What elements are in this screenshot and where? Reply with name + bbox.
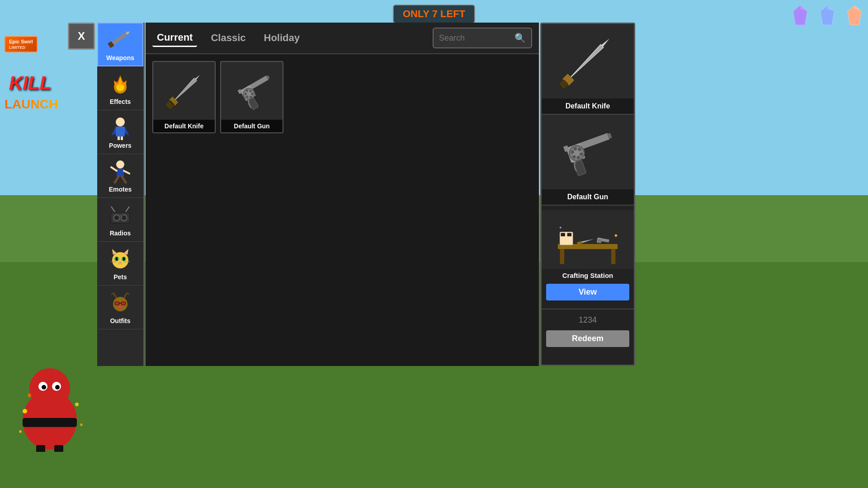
svg-text:✦: ✦ [613, 232, 618, 239]
crystal-decoration-2 [818, 5, 836, 27]
svg-point-10 [75, 403, 79, 406]
redeem-code-input: 1234 [542, 312, 634, 328]
sidebar: Weapons Effects [97, 23, 145, 366]
svg-point-11 [19, 430, 22, 433]
svg-point-30 [116, 160, 124, 169]
equipped-knife-image [542, 24, 634, 99]
svg-marker-27 [125, 127, 129, 136]
left-decoration-area: Epic Swirl LIMITED KILL LAUNCH [0, 0, 95, 488]
tab-bar: Current Classic Holiday 🔍 [146, 23, 539, 54]
search-bar: 🔍 [433, 28, 532, 48]
powers-label: Powers [109, 142, 132, 149]
svg-point-1 [29, 368, 70, 409]
svg-rect-28 [118, 136, 120, 140]
sidebar-item-pets[interactable]: Pets [97, 242, 143, 286]
svg-point-46 [112, 252, 128, 268]
powers-icon [107, 115, 134, 140]
effects-icon [107, 71, 134, 96]
svg-rect-25 [116, 127, 125, 136]
tab-classic[interactable]: Classic [206, 30, 250, 46]
svg-point-13 [28, 394, 31, 397]
view-button[interactable]: View [546, 284, 629, 300]
crystal-decoration-3 [845, 5, 863, 27]
svg-point-4 [42, 385, 46, 389]
svg-rect-68 [121, 302, 126, 305]
svg-marker-121 [581, 238, 594, 243]
svg-rect-119 [561, 233, 565, 236]
weapons-label: Weapons [106, 54, 134, 61]
knife-image [153, 62, 215, 120]
close-button[interactable]: X [68, 23, 95, 50]
gun-card-name: Default Gun [221, 120, 283, 132]
svg-rect-117 [611, 249, 615, 264]
radios-label: Radios [110, 230, 131, 237]
svg-rect-67 [115, 302, 119, 305]
knife-card-name: Default Knife [153, 120, 215, 132]
sidebar-item-emotes[interactable]: Emotes [97, 154, 143, 198]
pets-label: Pets [113, 273, 127, 281]
svg-point-54 [123, 257, 125, 261]
sidebar-item-outfits[interactable]: Outfits [97, 286, 143, 329]
sidebar-item-powers[interactable]: Powers [97, 110, 143, 154]
launch-text: LAUNCH [5, 97, 58, 112]
emotes-icon [107, 159, 134, 184]
search-input[interactable] [439, 33, 511, 43]
svg-rect-45 [119, 217, 123, 218]
character-blob [14, 361, 86, 452]
svg-marker-26 [111, 127, 116, 136]
redeem-button[interactable]: Redeem [546, 330, 629, 347]
svg-rect-8 [54, 445, 63, 452]
hud-only-left: ONLY 7 LEFT [393, 5, 475, 23]
effects-label: Effects [110, 98, 131, 105]
item-card-default-knife[interactable]: Default Knife [152, 61, 216, 133]
outfits-icon [107, 291, 134, 315]
svg-point-39 [114, 216, 119, 220]
item-card-default-gun[interactable]: Default Gun [220, 61, 283, 133]
svg-rect-6 [23, 418, 77, 427]
tab-holiday[interactable]: Holiday [259, 30, 304, 46]
pets-icon [107, 247, 134, 272]
crafting-image: ✦ ✦ [542, 210, 634, 269]
svg-point-5 [55, 385, 60, 389]
equipped-knife: Default Knife [542, 24, 634, 115]
svg-point-70 [118, 305, 122, 309]
gun-image [221, 62, 283, 120]
svg-point-24 [116, 117, 125, 127]
svg-rect-120 [567, 233, 571, 236]
weapons-icon [107, 28, 134, 52]
redeem-section: 1234 Redeem [542, 310, 634, 351]
svg-rect-7 [36, 445, 45, 452]
search-icon: 🔍 [514, 33, 526, 43]
equipped-gun: Default Gun [542, 115, 634, 206]
emotes-label: Emotes [109, 186, 132, 193]
svg-rect-29 [121, 136, 123, 140]
svg-point-12 [80, 423, 83, 426]
tab-current[interactable]: Current [152, 29, 197, 47]
svg-line-43 [111, 206, 115, 212]
top-decorations [646, 0, 868, 27]
sidebar-item-radios[interactable]: Radios [97, 198, 143, 242]
svg-marker-78 [195, 75, 200, 80]
sidebar-item-weapons[interactable]: Weapons [97, 23, 143, 66]
sidebar-item-effects[interactable]: Effects [97, 66, 143, 110]
main-content: Current Classic Holiday 🔍 [146, 23, 539, 366]
outfits-label: Outfits [110, 317, 130, 324]
crystal-decoration-1 [791, 5, 809, 27]
svg-point-53 [116, 257, 118, 261]
svg-rect-44 [119, 215, 123, 216]
kill-text: KILL [9, 72, 51, 94]
svg-line-33 [124, 171, 129, 174]
svg-marker-95 [601, 38, 610, 47]
right-panel: Default Knife [540, 23, 635, 366]
svg-line-32 [111, 167, 117, 171]
equipped-knife-name: Default Knife [542, 99, 634, 114]
equipped-gun-image [542, 115, 634, 189]
svg-rect-31 [117, 169, 124, 177]
items-grid: Default Knife [146, 54, 539, 366]
crafting-station-name: Crafting Station [560, 269, 616, 282]
svg-text:✦: ✦ [559, 225, 562, 230]
epic-swirl-badge: Epic Swirl LIMITED [5, 36, 38, 52]
svg-line-42 [126, 206, 129, 212]
svg-line-35 [122, 177, 126, 183]
radios-icon [107, 203, 134, 228]
